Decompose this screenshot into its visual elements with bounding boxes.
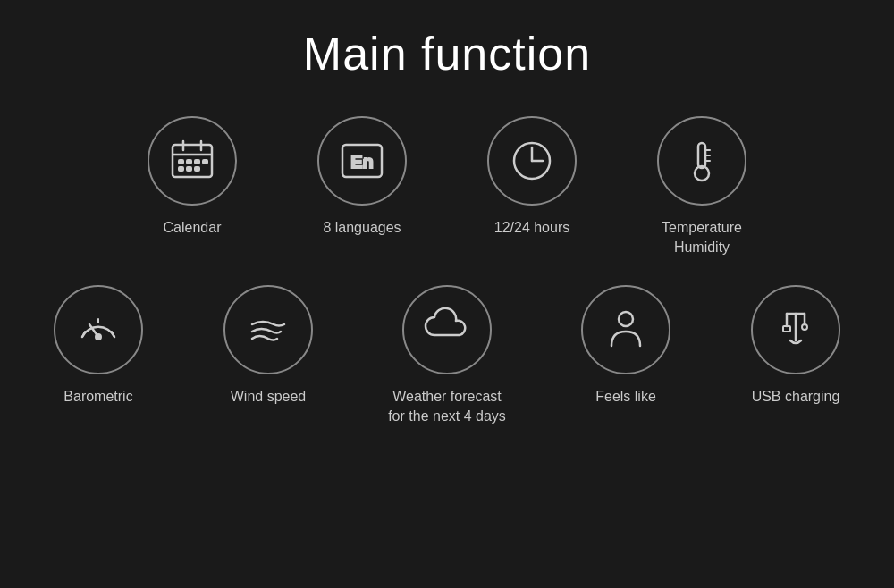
thermometer-icon-circle [657, 116, 746, 206]
temperature-label: Temperature Humidity [662, 218, 742, 258]
barometric-label: Barometric [63, 387, 132, 407]
wind-icon [243, 305, 293, 355]
features-container: Calendar En 8 languages 12/24 hours [0, 116, 894, 427]
barometer-icon [73, 305, 123, 355]
usb-icon-circle [751, 285, 840, 374]
feature-calendar: Calendar [112, 116, 273, 258]
wind-icon-circle [224, 285, 313, 374]
usb-label: USB charging [752, 387, 840, 407]
page-title: Main function [303, 27, 591, 80]
feature-temperature: Temperature Humidity [621, 116, 782, 258]
calendar-icon-circle [148, 116, 237, 206]
feature-barometric: Barometric [18, 285, 179, 427]
feels-label: Feels like [595, 387, 656, 407]
svg-line-21 [82, 332, 85, 337]
feature-languages: En 8 languages [282, 116, 443, 258]
svg-text:En: En [350, 152, 374, 172]
cloud-icon-circle [402, 285, 492, 374]
svg-line-23 [112, 332, 114, 337]
feature-time: 12/24 hours [451, 116, 612, 258]
thermometer-icon [677, 136, 727, 186]
svg-rect-5 [187, 160, 191, 164]
svg-rect-10 [195, 167, 199, 171]
person-icon-circle [581, 285, 670, 374]
languages-label: 8 languages [323, 218, 401, 238]
svg-rect-8 [179, 167, 183, 171]
clock-icon-circle [487, 116, 577, 206]
row1: Calendar En 8 languages 12/24 hours [0, 116, 894, 258]
svg-rect-30 [783, 326, 790, 332]
svg-rect-6 [195, 160, 199, 164]
svg-rect-7 [203, 160, 207, 164]
row2: Barometric Wind speed Weat [0, 285, 894, 427]
feature-usb: USB charging [715, 285, 876, 427]
person-icon [601, 305, 651, 355]
language-icon: En [337, 136, 387, 186]
clock-icon [507, 136, 557, 186]
cloud-icon [422, 305, 472, 355]
feature-feels: Feels like [545, 285, 706, 427]
svg-rect-4 [179, 160, 183, 164]
feature-wind: Wind speed [188, 285, 349, 427]
svg-point-25 [96, 334, 101, 340]
wind-label: Wind speed [231, 387, 307, 407]
feature-weather: Weather forecast for the next 4 days [358, 285, 536, 427]
weather-label: Weather forecast for the next 4 days [388, 387, 506, 427]
calendar-label: Calendar [164, 218, 222, 238]
svg-rect-16 [698, 143, 705, 168]
calendar-icon [167, 136, 217, 186]
barometer-icon-circle [54, 285, 143, 374]
svg-point-32 [802, 324, 807, 330]
svg-rect-9 [187, 167, 191, 171]
time-label: 12/24 hours [494, 218, 570, 238]
svg-point-26 [619, 312, 633, 326]
language-icon-circle: En [317, 116, 407, 206]
usb-icon [771, 305, 821, 355]
